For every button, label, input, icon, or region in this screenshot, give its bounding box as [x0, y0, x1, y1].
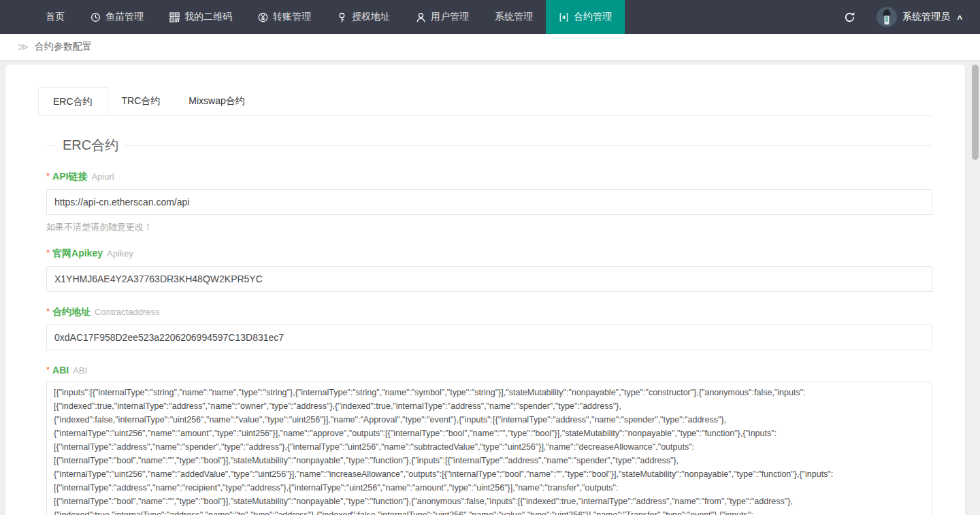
nav-item-label: 系统管理 — [495, 11, 533, 23]
field-label-row: *API链接Apiurl — [46, 171, 932, 183]
field-label-zh: ABI — [52, 365, 69, 376]
qrcode-icon — [169, 12, 180, 22]
main-menu: 首页 鱼苗管理 我的二维码 转账管理 授权地址 用户管理 系统管理 合约管理 — [33, 0, 625, 34]
navbar-right: 系统管理员 ∧ — [830, 0, 980, 34]
clock-icon — [91, 12, 101, 22]
nav-item-my-qrcode[interactable]: 我的二维码 — [157, 0, 245, 34]
field-label-en: Apikey — [107, 248, 133, 259]
field-label-row: *合约地址Contractaddress — [46, 306, 932, 318]
contract-icon — [559, 12, 569, 22]
required-asterisk: * — [46, 171, 50, 181]
apiurl-helper-text: 如果不清楚请勿随意更改！ — [46, 221, 932, 233]
breadcrumb-chevrons-icon: ≫ — [18, 41, 29, 53]
section-legend: ERC合约 — [56, 136, 125, 154]
nav-item-label: 鱼苗管理 — [105, 11, 144, 23]
nav-item-label: 首页 — [46, 11, 65, 23]
contract-tabs: ERC合约 TRC合约 Mixswap合约 — [38, 87, 932, 116]
nav-item-contract-management[interactable]: 合约管理 — [546, 0, 625, 34]
breadcrumb-current: 合约参数配置 — [35, 41, 92, 53]
field-contract-address: *合约地址Contractaddress — [46, 306, 932, 350]
field-label-en: Apiurl — [91, 171, 114, 182]
nav-item-home[interactable]: 首页 — [33, 0, 78, 34]
nav-item-label: 用户管理 — [431, 11, 469, 23]
field-abi: *ABIABI [{"inputs":[{"internalType":"str… — [46, 365, 932, 515]
contract-config-card: ERC合约 TRC合约 Mixswap合约 ERC合约 *API链接Apiurl… — [5, 65, 965, 515]
nav-item-authorized-address[interactable]: 授权地址 — [324, 0, 403, 34]
nav-item-user-management[interactable]: 用户管理 — [403, 0, 482, 34]
nav-item-transfer-management[interactable]: 转账管理 — [245, 0, 324, 34]
nav-item-fry-management[interactable]: 鱼苗管理 — [78, 0, 157, 34]
field-label-row: *ABIABI — [46, 365, 932, 376]
user-menu[interactable]: 系统管理员 ∧ — [870, 7, 969, 27]
abi-textarea[interactable]: [{"inputs":[{"internalType":"string","na… — [46, 382, 932, 515]
field-label-zh: API链接 — [52, 171, 87, 182]
field-label-zh: 官网Apikey — [52, 248, 103, 259]
vertical-scrollbar-thumb[interactable] — [972, 65, 979, 160]
nav-item-label: 转账管理 — [273, 11, 311, 23]
required-asterisk: * — [46, 306, 50, 316]
apiurl-input[interactable] — [46, 189, 932, 215]
field-apiurl: *API链接Apiurl 如果不清楚请勿随意更改！ — [46, 171, 932, 233]
refresh-icon[interactable] — [830, 0, 870, 34]
nav-item-label: 合约管理 — [574, 11, 612, 23]
user-icon — [416, 12, 426, 22]
main-content: ERC合约 TRC合约 Mixswap合约 ERC合约 *API链接Apiurl… — [0, 60, 980, 515]
erc-contract-form: *API链接Apiurl 如果不清楚请勿随意更改！ *官网ApikeyApike… — [38, 157, 932, 515]
chevron-up-icon: ∧ — [956, 13, 963, 22]
field-label-en: Contractaddress — [95, 307, 159, 317]
required-asterisk: * — [46, 365, 50, 375]
tab-mixswap-contract[interactable]: Mixswap合约 — [174, 87, 259, 115]
field-label-row: *官网ApikeyApikey — [46, 248, 932, 260]
nav-item-label: 我的二维码 — [184, 11, 232, 23]
nav-item-system-management[interactable]: 系统管理 — [482, 0, 546, 34]
contract-address-input[interactable] — [46, 325, 932, 350]
user-name: 系统管理员 — [902, 11, 950, 23]
avatar — [877, 7, 897, 27]
apikey-input[interactable] — [46, 266, 932, 292]
key-icon — [337, 12, 347, 22]
field-label-en: ABI — [73, 365, 87, 376]
yen-icon — [258, 12, 268, 22]
field-label-zh: 合约地址 — [52, 306, 91, 317]
required-asterisk: * — [46, 248, 50, 258]
tab-erc-contract[interactable]: ERC合约 — [38, 87, 108, 115]
tab-trc-contract[interactable]: TRC合约 — [108, 87, 175, 115]
breadcrumb: ≫ 合约参数配置 — [0, 34, 980, 60]
nav-item-label: 授权地址 — [352, 11, 390, 23]
top-navbar: 首页 鱼苗管理 我的二维码 转账管理 授权地址 用户管理 系统管理 合约管理 — [0, 0, 980, 34]
field-apikey: *官网ApikeyApikey — [46, 248, 932, 292]
erc-section: ERC合约 — [46, 136, 932, 154]
